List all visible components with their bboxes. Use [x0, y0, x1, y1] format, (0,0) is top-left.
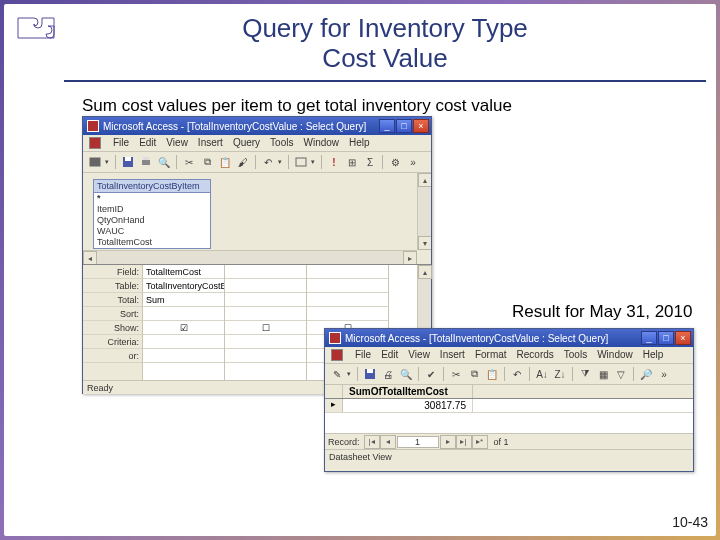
column-header-sum[interactable]: SumOfTotalItemCost [343, 385, 473, 398]
svg-rect-0 [90, 158, 100, 166]
field-itemid[interactable]: ItemID [94, 204, 210, 215]
field-star[interactable]: * [94, 193, 210, 204]
copy-icon[interactable]: ⧉ [466, 366, 482, 382]
col1-table[interactable]: TotalInventoryCostByItem [143, 279, 224, 293]
view-button[interactable] [87, 154, 103, 170]
menu-file[interactable]: File [113, 137, 129, 149]
undo-icon[interactable]: ↶ [509, 366, 525, 382]
close-button[interactable]: × [675, 331, 691, 345]
svg-rect-8 [367, 369, 373, 373]
scroll-up-icon[interactable]: ▴ [418, 173, 431, 187]
row-selector-icon[interactable]: ▸ [325, 399, 343, 412]
upper-vscrollbar[interactable]: ▴ ▾ [417, 173, 431, 250]
nav-first-icon[interactable]: |◂ [364, 435, 380, 449]
menu-format[interactable]: Format [475, 349, 507, 361]
menu-insert[interactable]: Insert [198, 137, 223, 149]
print-preview-icon[interactable]: 🔍 [156, 154, 172, 170]
sort-asc-icon[interactable]: A↓ [534, 366, 550, 382]
close-button[interactable]: × [413, 119, 429, 133]
toolbar-overflow-icon[interactable]: » [405, 154, 421, 170]
scroll-right-icon[interactable]: ▸ [403, 251, 417, 265]
field-qtyonhand[interactable]: QtyOnHand [94, 215, 210, 226]
print-preview-icon[interactable]: 🔍 [398, 366, 414, 382]
datasheet-area[interactable]: SumOfTotalItemCost ▸ 30817.75 [325, 385, 693, 433]
nav-new-icon[interactable]: ▸* [472, 435, 488, 449]
query-type-icon[interactable] [293, 154, 309, 170]
menu-file[interactable]: File [355, 349, 371, 361]
nav-last-icon[interactable]: ▸| [456, 435, 472, 449]
design-titlebar[interactable]: Microsoft Access - [TotalInventoryCostVa… [83, 117, 431, 135]
view-dropdown[interactable]: ▾ [105, 158, 111, 166]
field-totalitemcost[interactable]: TotalItemCost [94, 237, 210, 248]
menu-query[interactable]: Query [233, 137, 260, 149]
source-table-fieldlist[interactable]: TotalInventoryCostByItem * ItemID QtyOnH… [93, 179, 211, 249]
maximize-button[interactable]: □ [658, 331, 674, 345]
properties-icon[interactable]: ⚙ [387, 154, 403, 170]
cut-icon[interactable]: ✂ [448, 366, 464, 382]
col1-show-checkbox[interactable]: ☑ [143, 321, 224, 335]
menu-view[interactable]: View [166, 137, 188, 149]
scroll-down-icon[interactable]: ▾ [418, 236, 431, 250]
sum-value-cell[interactable]: 30817.75 [343, 399, 473, 412]
minimize-button[interactable]: _ [379, 119, 395, 133]
show-table-icon[interactable]: ⊞ [344, 154, 360, 170]
save-icon[interactable] [120, 154, 136, 170]
scroll-left-icon[interactable]: ◂ [83, 251, 97, 265]
print-icon[interactable]: 🖨 [380, 366, 396, 382]
filter-form-icon[interactable]: ▦ [595, 366, 611, 382]
cut-icon[interactable]: ✂ [181, 154, 197, 170]
menu-tools[interactable]: Tools [564, 349, 587, 361]
design-toolbar: ▾ 🔍 ✂ ⧉ 📋 🖌 ↶ ▾ ▾ ! ⊞ Σ [83, 152, 431, 173]
menu-window[interactable]: Window [303, 137, 339, 149]
sort-desc-icon[interactable]: Z↓ [552, 366, 568, 382]
view-dropdown[interactable]: ▾ [347, 370, 353, 378]
select-all-corner[interactable] [325, 385, 343, 398]
grid-col-2[interactable]: ☐ [225, 265, 307, 380]
col1-sort[interactable] [143, 307, 224, 321]
col2-show-checkbox[interactable]: ☐ [225, 321, 306, 335]
copy-icon[interactable]: ⧉ [199, 154, 215, 170]
maximize-button[interactable]: □ [396, 119, 412, 133]
paste-icon[interactable]: 📋 [484, 366, 500, 382]
col1-field[interactable]: TotalItemCost [143, 265, 224, 279]
grid-col-1[interactable]: TotalItemCost TotalInventoryCostByItem S… [143, 265, 225, 380]
query-type-dropdown[interactable]: ▾ [311, 158, 317, 166]
minimize-button[interactable]: _ [641, 331, 657, 345]
find-icon[interactable]: 🔎 [638, 366, 654, 382]
menu-edit[interactable]: Edit [139, 137, 156, 149]
menu-edit[interactable]: Edit [381, 349, 398, 361]
save-icon[interactable] [362, 366, 378, 382]
table-diagram-pane[interactable]: TotalInventoryCostByItem * ItemID QtyOnH… [83, 173, 431, 265]
col1-criteria[interactable] [143, 335, 224, 349]
menu-records[interactable]: Records [517, 349, 554, 361]
paste-icon[interactable]: 📋 [217, 154, 233, 170]
toolbar-overflow-icon[interactable]: » [656, 366, 672, 382]
nav-next-icon[interactable]: ▸ [440, 435, 456, 449]
menu-window[interactable]: Window [597, 349, 633, 361]
run-icon[interactable]: ! [326, 154, 342, 170]
data-row-1[interactable]: ▸ 30817.75 [325, 399, 693, 413]
upper-hscrollbar[interactable]: ◂ ▸ [83, 250, 417, 264]
filter-selection-icon[interactable]: ⧩ [577, 366, 593, 382]
result-titlebar[interactable]: Microsoft Access - [TotalInventoryCostVa… [325, 329, 693, 347]
undo-icon[interactable]: ↶ [260, 154, 276, 170]
menu-tools[interactable]: Tools [270, 137, 293, 149]
grid-scroll-up-icon[interactable]: ▴ [418, 265, 432, 279]
menu-view[interactable]: View [408, 349, 430, 361]
record-number-input[interactable]: 1 [397, 436, 439, 448]
field-wauc[interactable]: WAUC [94, 226, 210, 237]
filter-toggle-icon[interactable]: ▽ [613, 366, 629, 382]
view-button[interactable]: ✎ [329, 366, 345, 382]
menu-help[interactable]: Help [643, 349, 664, 361]
undo-dropdown[interactable]: ▾ [278, 158, 284, 166]
print-icon[interactable] [138, 154, 154, 170]
menu-insert[interactable]: Insert [440, 349, 465, 361]
design-title-text: Microsoft Access - [TotalInventoryCostVa… [103, 121, 379, 132]
nav-prev-icon[interactable]: ◂ [380, 435, 396, 449]
col1-total[interactable]: Sum [143, 293, 224, 307]
col1-or[interactable] [143, 349, 224, 363]
spelling-icon[interactable]: ✔ [423, 366, 439, 382]
totals-icon[interactable]: Σ [362, 154, 378, 170]
format-painter-icon[interactable]: 🖌 [235, 154, 251, 170]
menu-help[interactable]: Help [349, 137, 370, 149]
